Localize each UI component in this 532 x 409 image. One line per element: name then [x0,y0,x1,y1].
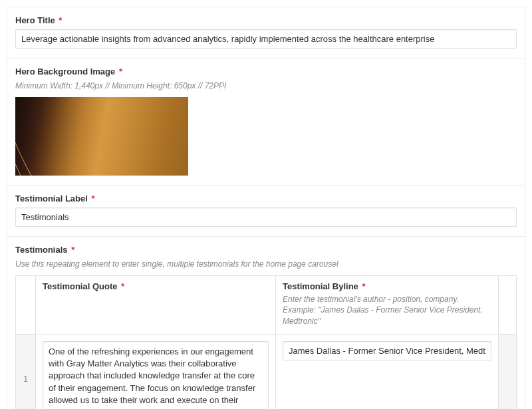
required-marker: * [91,194,94,204]
col-quote-label: Testimonial Quote [43,281,117,291]
label-text: Testimonials [15,245,68,255]
testimonial-label-input[interactable] [15,207,517,227]
required-marker: * [362,281,365,291]
hero-bg-thumbnail[interactable] [15,97,188,176]
hero-bg-instructions: Minimum Width: 1,440px // Minimum Height… [15,80,517,92]
hero-title-input[interactable] [15,29,517,49]
hero-title-label: Hero Title * [15,15,517,25]
required-marker: * [71,245,74,255]
field-testimonials: Testimonials * Use this repeating elemen… [7,237,525,409]
testimonial-quote-input[interactable] [43,341,269,409]
col-byline-label: Testimonial Byline [283,281,358,291]
testimonial-label-label: Testimonial Label * [15,194,517,204]
table-row: 1 [16,335,516,409]
testimonials-instructions: Use this repeating element to enter sing… [15,259,517,270]
testimonials-table: Testimonial Quote * Testimonial Byline *… [15,275,517,409]
row-actions-handle[interactable] [499,335,516,409]
row-quote-cell [36,335,276,409]
col-actions [499,276,516,334]
label-text: Testimonial Label [15,194,88,204]
testimonials-label: Testimonials * [15,245,517,255]
row-order-handle[interactable]: 1 [16,335,36,409]
col-quote-header: Testimonial Quote * [36,276,276,334]
table-header: Testimonial Quote * Testimonial Byline *… [16,276,516,335]
required-marker: * [121,281,124,291]
required-marker: * [59,15,62,25]
testimonial-byline-input[interactable] [283,341,491,360]
required-marker: * [119,67,122,76]
col-byline-instructions: Enter the testimonial's author - positio… [283,294,491,327]
hero-bg-label: Hero Background Image * [15,67,517,76]
row-order-number: 1 [23,374,28,384]
col-byline-header: Testimonial Byline * Enter the testimoni… [276,276,499,334]
field-hero-title: Hero Title * [7,7,525,59]
field-hero-bg: Hero Background Image * Minimum Width: 1… [7,59,525,186]
row-byline-cell [276,335,499,409]
label-text: Hero Background Image [15,67,115,76]
col-order [16,276,36,334]
field-testimonial-label: Testimonial Label * [7,186,525,237]
label-text: Hero Title [15,15,55,25]
